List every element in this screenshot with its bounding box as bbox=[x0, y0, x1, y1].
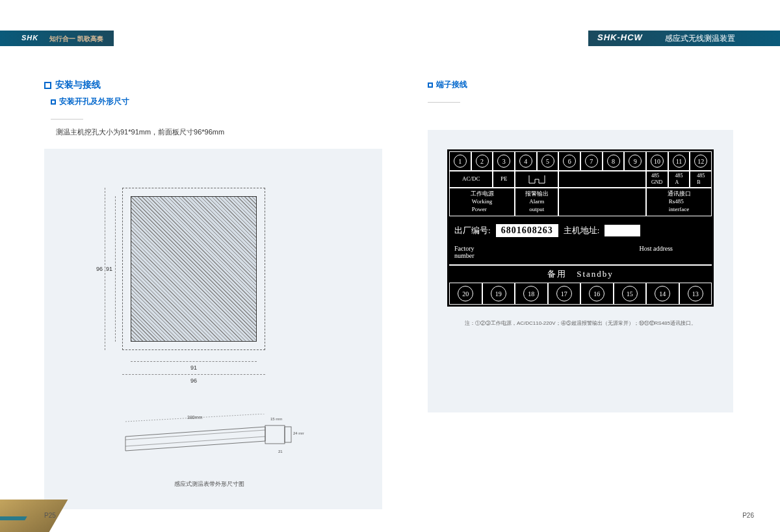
factory-number: 6801608263 bbox=[496, 224, 558, 237]
right-column: 端子接线 123456789101112 AC/DC PE 485 GND 48… bbox=[428, 79, 733, 412]
dimension-diagram: 91 96 91 96 380mm 15 mm 24 mm 21 感应式测温表带… bbox=[44, 149, 382, 509]
host-address-box bbox=[604, 225, 640, 236]
terminal-16: 16 bbox=[580, 283, 614, 305]
dimension-description: 测温主机挖孔大小为91*91mm，前面板尺寸96*96mm bbox=[56, 127, 382, 137]
terminal-13: 13 bbox=[679, 283, 712, 305]
model: SHK-HCW bbox=[597, 32, 643, 42]
terminal-11: 11 bbox=[668, 151, 690, 171]
divider bbox=[428, 102, 460, 103]
corner-accent bbox=[0, 516, 27, 520]
corner-decoration bbox=[0, 500, 68, 532]
belt-diagram: 380mm 15 mm 24 mm 21 bbox=[122, 414, 304, 475]
header-left: SHK 知行合一 凯歌高奏 bbox=[0, 31, 114, 46]
svg-text:380mm: 380mm bbox=[187, 415, 203, 420]
svg-text:24 mm: 24 mm bbox=[293, 431, 304, 435]
terminal-9: 9 bbox=[624, 151, 646, 171]
factory-row: 出厂编号: 6801608263 主机地址: bbox=[449, 216, 712, 245]
square-icon bbox=[44, 82, 51, 89]
svg-text:21: 21 bbox=[278, 450, 283, 453]
page-number-right: P26 bbox=[742, 512, 754, 519]
terminal-12: 12 bbox=[690, 151, 712, 171]
terminal-15: 15 bbox=[614, 283, 647, 305]
left-column: 安装与接线 安装开孔及外形尺寸 测温主机挖孔大小为91*91mm，前面板尺寸96… bbox=[44, 79, 382, 509]
svg-rect-0 bbox=[265, 425, 285, 444]
square-icon bbox=[428, 82, 433, 88]
terminal-20: 20 bbox=[449, 283, 482, 305]
square-icon bbox=[51, 99, 56, 105]
terminal-8: 8 bbox=[603, 151, 625, 171]
bottom-terminal-row: 2019181716151413 bbox=[449, 283, 712, 305]
row-3: 工作电源Working Power 报警输出Alarm output 通讯接口R… bbox=[449, 188, 712, 216]
dim-91-h: 91 bbox=[190, 364, 197, 371]
header-right: SHK-HCW 感应式无线测温装置 bbox=[588, 31, 780, 46]
terminal-note: 注：①②③工作电源，AC/DC110-220V；④⑤超温报警输出（无源常开）；⑩… bbox=[447, 320, 714, 327]
dim-96-h: 96 bbox=[190, 377, 197, 384]
subsection-heading: 安装开孔及外形尺寸 bbox=[51, 96, 382, 107]
terminal-7: 7 bbox=[580, 151, 603, 171]
belt-caption: 感应式测温表带外形尺寸图 bbox=[174, 480, 244, 488]
brand: SHK bbox=[21, 34, 38, 42]
dim-96-v: 96 bbox=[96, 266, 103, 272]
standby-label: 备用 Standby bbox=[449, 264, 712, 283]
slogan: 知行合一 凯歌高奏 bbox=[49, 34, 103, 44]
terminal-5: 5 bbox=[537, 151, 559, 171]
terminal-4: 4 bbox=[515, 151, 537, 171]
inner-square bbox=[131, 196, 257, 342]
terminal-1: 1 bbox=[449, 151, 471, 171]
terminal-block: 123456789101112 AC/DC PE 485 GND 485 A 4… bbox=[447, 149, 714, 307]
top-terminal-row: 123456789101112 bbox=[449, 151, 712, 171]
terminal-19: 19 bbox=[482, 283, 515, 305]
svg-text:15 mm: 15 mm bbox=[270, 417, 282, 421]
terminal-10: 10 bbox=[646, 151, 668, 171]
divider bbox=[51, 119, 83, 120]
product-name: 感应式无线测温装置 bbox=[665, 33, 735, 44]
terminal-3: 3 bbox=[493, 151, 515, 171]
terminal-6: 6 bbox=[558, 151, 580, 171]
svg-rect-1 bbox=[285, 427, 291, 442]
row-2: AC/DC PE 485 GND 485 A 485 B bbox=[449, 171, 712, 188]
terminal-17: 17 bbox=[548, 283, 581, 305]
terminal-2: 2 bbox=[471, 151, 493, 171]
dim-91-v: 91 bbox=[106, 266, 112, 272]
terminal-14: 14 bbox=[646, 283, 679, 305]
factory-sub: Factory number Host address bbox=[449, 245, 712, 264]
terminal-18: 18 bbox=[515, 283, 548, 305]
subsection-heading: 端子接线 bbox=[428, 79, 733, 90]
terminal-diagram: 123456789101112 AC/DC PE 485 GND 485 A 4… bbox=[428, 130, 733, 412]
section-heading: 安装与接线 bbox=[44, 79, 382, 91]
page-number-left: P25 bbox=[44, 512, 56, 519]
